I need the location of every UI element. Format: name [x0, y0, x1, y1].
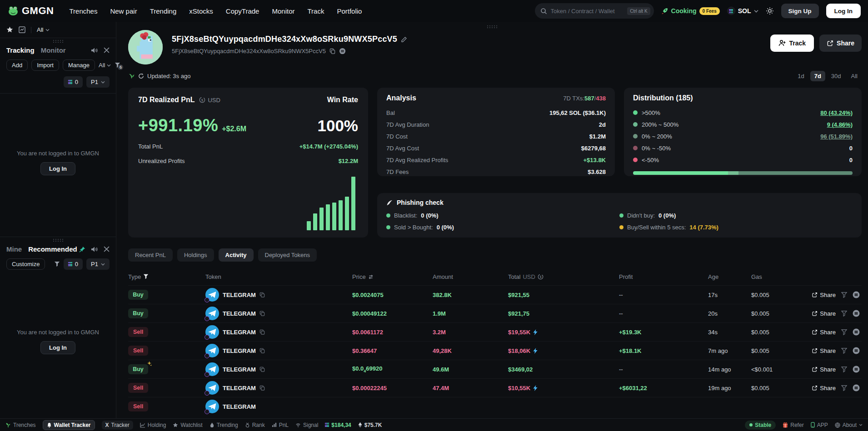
manage-button[interactable]: Manage	[63, 59, 95, 71]
copy-icon[interactable]	[259, 329, 265, 335]
sound-on-icon[interactable]	[91, 246, 98, 253]
copy-icon[interactable]	[259, 367, 265, 372]
total-currency-toggle-icon[interactable]: $	[538, 274, 544, 280]
price-sort-icon[interactable]	[368, 274, 374, 279]
track-button[interactable]: Track	[770, 35, 814, 52]
sound-on-icon[interactable]	[91, 47, 98, 54]
distribution-value-link[interactable]: 96 (51.89%)	[820, 133, 853, 140]
sol-amount-filter[interactable]: 0	[64, 76, 83, 88]
tab-holdings[interactable]: Holdings	[177, 248, 214, 262]
footer-refer[interactable]: Refer	[783, 422, 803, 428]
footer-signal[interactable]: Signal	[295, 422, 318, 428]
connection-status-badge[interactable]: Stable	[745, 421, 776, 430]
row-filter-icon[interactable]	[841, 348, 847, 354]
row-menu-icon[interactable]	[853, 347, 860, 354]
row-share-button[interactable]: Share	[812, 366, 836, 373]
footer-app[interactable]: APP	[811, 422, 828, 428]
close-panel-icon[interactable]	[104, 47, 110, 54]
range-1d[interactable]: 1d	[793, 71, 808, 81]
type-filter-icon[interactable]	[143, 274, 149, 279]
row-share-button[interactable]: Share	[812, 329, 836, 336]
token-name[interactable]: TELEGRAM	[223, 329, 256, 336]
copy-icon[interactable]	[259, 348, 265, 353]
token-name[interactable]: TELEGRAM	[223, 385, 256, 391]
distribution-value-link[interactable]: 9 (4.86%)	[827, 121, 853, 128]
row-filter-icon[interactable]	[841, 292, 847, 298]
footer-rank[interactable]: Rank	[245, 422, 265, 428]
range-all[interactable]: All	[847, 71, 862, 81]
footer-eth-price[interactable]: $75.7K	[358, 422, 382, 428]
recommended-funnel-icon[interactable]	[54, 261, 60, 267]
row-menu-icon[interactable]	[853, 310, 860, 317]
token-name[interactable]: TELEGRAM	[223, 347, 256, 354]
range-30d[interactable]: 30d	[827, 71, 845, 81]
settings-gear-icon[interactable]	[766, 7, 774, 15]
sidebar-all-dropdown[interactable]: All	[37, 26, 50, 33]
footer-about[interactable]: About	[835, 422, 863, 428]
sign-up-button[interactable]: Sign Up	[781, 4, 819, 18]
explorer-icon[interactable]	[339, 48, 346, 54]
row-menu-icon[interactable]	[853, 366, 860, 373]
nav-item-portfolio[interactable]: Portfolio	[337, 7, 362, 15]
preset-p1-dropdown[interactable]: P1	[86, 76, 110, 88]
search-box[interactable]: Ctrl alt K	[535, 3, 654, 19]
add-wallet-button[interactable]: Add	[6, 59, 28, 71]
sidebar-login-button[interactable]: Log In	[40, 162, 75, 175]
cooking-button[interactable]: Cooking 0 Fees	[661, 7, 720, 15]
tab-recent-pnl[interactable]: Recent PnL	[128, 248, 173, 262]
token-name[interactable]: TELEGRAM	[223, 366, 256, 373]
footer-watchlist[interactable]: Watchlist	[173, 422, 202, 428]
row-filter-icon[interactable]	[841, 311, 847, 317]
favorites-star-icon[interactable]	[6, 26, 13, 33]
row-share-button[interactable]: Share	[812, 292, 836, 298]
row-filter-icon[interactable]	[841, 329, 847, 335]
nav-item-copytrade[interactable]: CopyTrade	[226, 7, 259, 15]
refresh-icon[interactable]	[138, 73, 144, 79]
copy-icon[interactable]	[259, 385, 265, 391]
footer-trenches[interactable]: Trenches	[5, 422, 36, 428]
footer-trending[interactable]: Trending	[210, 422, 238, 428]
copy-address-icon[interactable]	[329, 48, 335, 54]
gmgn-logo[interactable]: GMGN	[7, 5, 54, 17]
tab-deployed-tokens[interactable]: Deployed Tokens	[258, 248, 317, 262]
tab-mine[interactable]: Mine	[6, 245, 22, 253]
row-filter-icon[interactable]	[841, 385, 847, 391]
tab-recommended[interactable]: Recommended	[28, 245, 77, 253]
token-name[interactable]: TELEGRAM	[223, 310, 256, 317]
preset-p1-dropdown[interactable]: P1	[86, 258, 110, 270]
row-menu-icon[interactable]	[853, 291, 860, 298]
sidebar-login-button[interactable]: Log In	[40, 341, 75, 354]
search-input[interactable]	[551, 8, 624, 15]
nav-item-xstocks[interactable]: xStocks	[189, 7, 213, 15]
chain-select[interactable]: SOL	[727, 7, 758, 15]
pin-icon[interactable]	[79, 246, 85, 253]
currency-toggle[interactable]: $ USD	[199, 97, 220, 104]
token-name[interactable]: TELEGRAM	[223, 292, 256, 298]
tracking-filter-dropdown[interactable]: All	[99, 62, 111, 69]
log-in-button[interactable]: Log In	[826, 4, 861, 18]
footer-holding[interactable]: Holding	[140, 422, 166, 428]
row-share-button[interactable]: Share	[812, 385, 836, 391]
row-share-button[interactable]: Share	[812, 310, 836, 317]
tab-activity[interactable]: Activity	[219, 248, 254, 262]
token-name[interactable]: TELEGRAM	[223, 403, 256, 410]
row-menu-icon[interactable]	[853, 384, 860, 391]
nav-item-track[interactable]: Track	[307, 7, 324, 15]
chart-panel-icon[interactable]	[19, 26, 25, 33]
footer-pnl[interactable]: PnL	[272, 422, 289, 428]
footer-x-tracker[interactable]: X Tracker	[102, 421, 133, 430]
copy-icon[interactable]	[259, 311, 265, 316]
nav-item-trending[interactable]: Trending	[150, 7, 177, 15]
row-menu-icon[interactable]	[853, 328, 860, 336]
footer-wallet-tracker[interactable]: Wallet Tracker	[43, 420, 95, 430]
footer-sol-price[interactable]: $184,34	[325, 422, 351, 428]
edit-name-icon[interactable]	[401, 36, 407, 43]
panel-drag-handle[interactable]	[6, 237, 110, 242]
tab-tracking[interactable]: Tracking	[6, 46, 35, 54]
close-panel-icon[interactable]	[104, 246, 110, 253]
row-filter-icon[interactable]	[841, 367, 847, 372]
nav-item-monitor[interactable]: Monitor	[272, 7, 294, 15]
import-button[interactable]: Import	[31, 59, 59, 71]
panel-drag-handle[interactable]	[6, 38, 110, 43]
row-share-button[interactable]: Share	[812, 347, 836, 354]
